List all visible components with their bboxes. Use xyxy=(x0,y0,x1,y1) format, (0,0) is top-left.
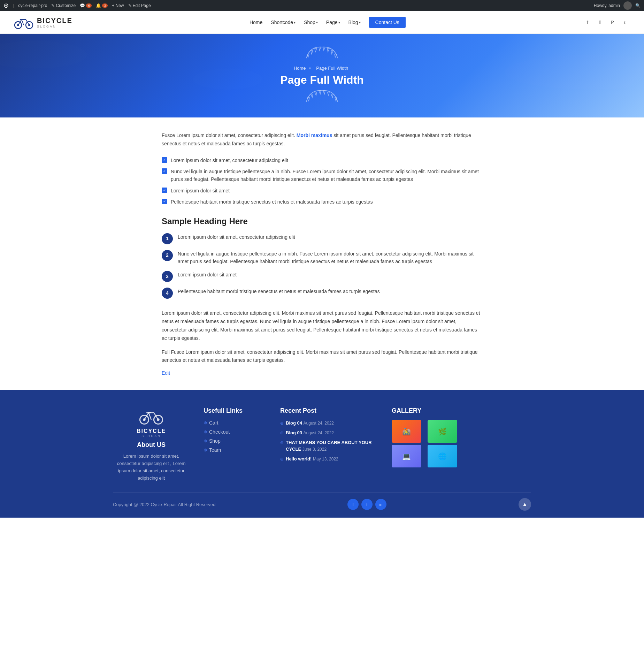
recent-post-item: ⊕ Blog 04 August 24, 2022 xyxy=(280,420,378,426)
slogan-text: SLOGAN xyxy=(37,25,72,28)
checkbox-icon xyxy=(162,199,167,204)
instagram-icon[interactable]: 𝐈 xyxy=(595,17,605,27)
body-paragraph-2: Full Fusce Lorem ipsum dolor sit amet, c… xyxy=(162,348,482,365)
logo-text: BICYCLE SLOGAN xyxy=(37,17,72,28)
admin-search-icon[interactable]: 🔍 xyxy=(635,3,641,8)
post-icon: ⊕ xyxy=(280,421,284,426)
facebook-icon[interactable]: 𝐟 xyxy=(583,17,592,27)
footer-link-item: ⊕ Cart xyxy=(204,420,266,426)
new-content-link[interactable]: + New xyxy=(112,3,124,8)
breadcrumb-home[interactable]: Home xyxy=(294,66,306,71)
chevron-down-icon: ▾ xyxy=(359,21,361,24)
gear-top-icon xyxy=(299,44,345,63)
recent-posts-title: Recent Post xyxy=(280,407,378,414)
wp-logo-icon[interactable]: ⊕ xyxy=(3,2,9,9)
footer-about-column: BICYCLE SLOGAN About US Lorem ipsum dolo… xyxy=(113,407,190,482)
footer-about-title: About US xyxy=(113,441,190,449)
list-item: Pellentesque habitant morbi tristique se… xyxy=(162,198,482,206)
footer-facebook-icon[interactable]: f xyxy=(347,499,359,510)
list-item: Lorem ipsum dolor sit amet, consectetur … xyxy=(162,157,482,164)
footer-link-item: ⊕ Checkout xyxy=(204,429,266,435)
footer-link-checkout[interactable]: Checkout xyxy=(209,429,230,435)
comments-link[interactable]: 💬 6 xyxy=(80,3,92,8)
recent-post-item: ⊕ Hello world! May 13, 2022 xyxy=(280,456,378,462)
gallery-thumb-2[interactable]: 🌿 xyxy=(428,420,457,443)
footer-recent-posts-column: Recent Post ⊕ Blog 04 August 24, 2022 ⊕ … xyxy=(280,407,378,482)
number-badge: 3 xyxy=(162,271,173,282)
gallery-thumb-1[interactable]: 🚵 xyxy=(392,420,421,443)
footer-link-cart[interactable]: Cart xyxy=(209,420,218,426)
link-icon: ⊕ xyxy=(204,420,207,425)
footer-about-text: Lorem ipsum dolor sit amet, consectetur … xyxy=(113,453,190,482)
nav-page[interactable]: Page ▾ xyxy=(326,20,340,25)
footer-link-item: ⊕ Shop xyxy=(204,438,266,444)
chevron-down-icon: ▾ xyxy=(294,21,296,24)
footer-slogan: SLOGAN xyxy=(113,434,190,438)
edit-link[interactable]: Edit xyxy=(162,370,170,376)
updates-link[interactable]: 🔔 3 xyxy=(96,3,108,8)
chevron-down-icon: ▾ xyxy=(316,21,318,24)
footer-links-column: Usefull Links ⊕ Cart ⊕ Checkout ⊕ Shop ⊕… xyxy=(204,407,266,482)
page-title: Page Full Width xyxy=(280,74,364,86)
number-badge: 1 xyxy=(162,233,173,244)
link-icon: ⊕ xyxy=(204,429,207,434)
footer-gallery-column: GALLERY 🚵 🌿 💻 🌐 xyxy=(392,407,461,482)
post-icon: ⊕ xyxy=(280,440,284,445)
footer-social-links: f t in xyxy=(347,499,386,510)
footer-bicycle-logo-icon xyxy=(139,407,163,425)
recent-post-item: ⊕ THAT MEANS YOU CARE ABOUT YOUR CYCLE J… xyxy=(280,440,378,452)
nav-menu: Home Shortcode ▾ Shop ▾ Page ▾ Blog ▾ Co… xyxy=(250,17,406,28)
intro-paragraph: Fusce Lorem ipsum dolor sit amet, consec… xyxy=(162,131,482,148)
site-footer: BICYCLE SLOGAN About US Lorem ipsum dolo… xyxy=(0,390,644,518)
nav-shop[interactable]: Shop ▾ xyxy=(304,20,318,25)
nav-blog[interactable]: Blog ▾ xyxy=(348,20,361,25)
gallery-grid: 🚵 🌿 💻 🌐 xyxy=(392,420,461,467)
avatar xyxy=(623,1,632,10)
copyright-text: Copyright @ 2022 Cycle-Repair All Right … xyxy=(113,502,215,507)
breadcrumb: Home • Page Full Width xyxy=(294,66,350,71)
nav-shortcode[interactable]: Shortcode ▾ xyxy=(271,20,296,25)
site-header: BICYCLE SLOGAN Home Shortcode ▾ Shop ▾ P… xyxy=(0,11,644,34)
scroll-to-top-button[interactable]: ▲ xyxy=(519,498,531,511)
edit-page-link[interactable]: ✎ Edit Page xyxy=(128,3,151,8)
link-icon: ⊕ xyxy=(204,438,207,443)
number-badge: 2 xyxy=(162,250,173,261)
gallery-thumb-3[interactable]: 💻 xyxy=(392,445,421,467)
nav-home[interactable]: Home xyxy=(250,20,262,25)
chevron-down-icon: ▾ xyxy=(338,21,340,24)
useful-links-list: ⊕ Cart ⊕ Checkout ⊕ Shop ⊕ Team xyxy=(204,420,266,453)
list-item: 3 Lorem ipsum dolor sit amet xyxy=(162,271,482,282)
admin-site-link[interactable]: cycle-repair-pro xyxy=(18,3,47,8)
breadcrumb-current: Page Full Width xyxy=(316,66,348,71)
footer-link-shop[interactable]: Shop xyxy=(209,438,221,444)
list-item: 4 Pellentesque habitant morbi tristique … xyxy=(162,288,482,299)
twitter-icon[interactable]: 𝐭 xyxy=(620,17,630,27)
footer-bottom: Copyright @ 2022 Cycle-Repair All Right … xyxy=(113,492,531,511)
section-heading: Sample Heading Here xyxy=(162,216,482,226)
gallery-thumb-4[interactable]: 🌐 xyxy=(428,445,457,467)
hero-section: Home • Page Full Width Page Full Width xyxy=(0,34,644,117)
main-content: Fusce Lorem ipsum dolor sit amet, consec… xyxy=(155,117,489,390)
footer-twitter-icon[interactable]: t xyxy=(361,499,373,510)
useful-links-title: Usefull Links xyxy=(204,407,266,414)
header-social-icons: 𝐟 𝐈 𝐏 𝐭 xyxy=(583,17,630,27)
footer-link-team[interactable]: Team xyxy=(209,447,221,453)
checkbox-icon xyxy=(162,188,167,193)
gallery-title: GALLERY xyxy=(392,407,461,414)
footer-link-item: ⊕ Team xyxy=(204,447,266,453)
list-item: 1 Lorem ipsum dolor sit amet, consectetu… xyxy=(162,233,482,244)
numbered-list: 1 Lorem ipsum dolor sit amet, consectetu… xyxy=(162,233,482,299)
post-icon: ⊕ xyxy=(280,457,284,462)
howdy-label: Howdy, admin xyxy=(594,3,620,8)
morbi-maximus-link[interactable]: Morbi maximus xyxy=(297,132,332,138)
customize-link[interactable]: ✎ Customize xyxy=(51,3,76,8)
pinterest-icon[interactable]: 𝐏 xyxy=(608,17,618,27)
logo-area[interactable]: BICYCLE SLOGAN xyxy=(14,15,72,29)
list-item: Nunc vel ligula in augue tristique pelle… xyxy=(162,168,482,183)
nav-contact-us[interactable]: Contact Us xyxy=(369,17,406,28)
list-item: Lorem ipsum dolor sit amet xyxy=(162,187,482,194)
number-badge: 4 xyxy=(162,288,173,299)
footer-linkedin-icon[interactable]: in xyxy=(375,499,386,510)
footer-brand-name: BICYCLE xyxy=(113,428,190,434)
site-name-label: cycle-repair-pro xyxy=(18,3,47,8)
